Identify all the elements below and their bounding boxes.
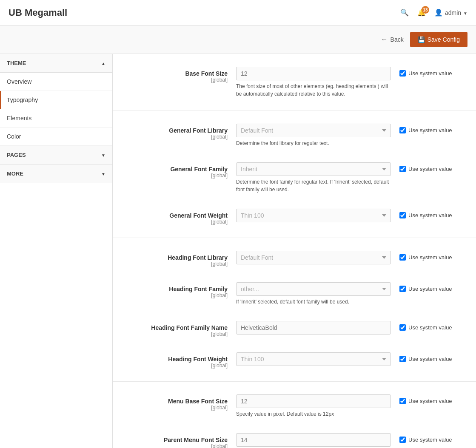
- heading-font-family-name-use-system: Use system value: [399, 321, 463, 331]
- save-icon: [418, 36, 425, 43]
- heading-font-library-input-area: Default Font: [236, 251, 399, 264]
- notification-bell[interactable]: 13: [417, 9, 426, 17]
- toolbar: Back Save Config: [0, 26, 476, 54]
- theme-collapse-icon: [101, 60, 105, 66]
- heading-font-family-use-system: Use system value: [399, 282, 463, 292]
- general-font-weight-checkbox[interactable]: [399, 212, 406, 218]
- parent-menu-font-size-label: Parent Menu Font Size [global]: [125, 433, 236, 448]
- menu-base-font-size-use-system: Use system value: [399, 394, 463, 404]
- pages-expand-icon: [101, 152, 105, 158]
- admin-dropdown-icon: [463, 9, 467, 16]
- heading-font-family-name-input-area: [236, 321, 399, 335]
- menu-base-font-size-input-area: Specify value in pixel. Default value is…: [236, 394, 399, 418]
- heading-font-family-checkbox[interactable]: [399, 286, 406, 292]
- heading-font-library-label: Heading Font Library [global]: [125, 251, 236, 267]
- general-font-library-desc: Determine the font library for regular t…: [236, 139, 391, 147]
- heading-font-library-checkbox[interactable]: [399, 254, 406, 261]
- heading-font-family-name-input[interactable]: [236, 321, 391, 335]
- sidebar-item-color[interactable]: Color: [0, 128, 112, 146]
- general-font-library-checkbox[interactable]: [399, 127, 406, 133]
- general-font-weight-row: General Font Weight [global] Thin 100 Us…: [125, 204, 463, 229]
- sidebar-more-header[interactable]: MORE: [0, 164, 112, 183]
- general-font-weight-select[interactable]: Thin 100: [236, 209, 391, 222]
- heading-font-library-use-system: Use system value: [399, 251, 463, 261]
- base-font-size-desc: The font size of most of other elements …: [236, 82, 391, 98]
- user-icon: [434, 9, 443, 17]
- parent-menu-font-size-use-system: Use system value: [399, 433, 463, 443]
- base-font-size-row: Base Font Size [global] The font size of…: [125, 62, 463, 102]
- parent-menu-font-size-checkbox[interactable]: [399, 437, 406, 443]
- menu-base-font-size-row: Menu Base Font Size [global] Specify val…: [125, 390, 463, 422]
- general-font-library-select[interactable]: Default Font: [236, 124, 391, 137]
- heading-font-family-name-checkbox[interactable]: [399, 324, 406, 331]
- sidebar-pages-header[interactable]: PAGES: [0, 146, 112, 164]
- general-font-weight-use-system: Use system value: [399, 209, 463, 218]
- heading-font-library-select[interactable]: Default Font: [236, 251, 391, 264]
- heading-font-weight-use-system: Use system value: [399, 352, 463, 362]
- general-font-family-row: General Font Family [global] Inherit Det…: [125, 158, 463, 198]
- sidebar-theme-header[interactable]: THEME: [0, 54, 112, 73]
- general-font-family-label: General Font Family [global]: [125, 162, 236, 179]
- heading-font-weight-checkbox[interactable]: [399, 356, 406, 362]
- general-font-library-input-area: Default Font Determine the font library …: [236, 124, 399, 147]
- heading-font-family-desc: If 'Inherit' selected, default font fami…: [236, 298, 391, 306]
- admin-name: admin: [445, 9, 461, 16]
- parent-menu-font-size-input[interactable]: [236, 433, 391, 447]
- menu-base-font-size-checkbox[interactable]: [399, 398, 406, 404]
- heading-font-family-input-area: other... If 'Inherit' selected, default …: [236, 282, 399, 306]
- save-config-button[interactable]: Save Config: [410, 32, 467, 47]
- main-layout: THEME Overview Typography Elements Color…: [0, 54, 476, 448]
- menu-font-section: Menu Base Font Size [global] Specify val…: [113, 382, 476, 448]
- general-font-library-row: General Font Library [global] Default Fo…: [125, 119, 463, 151]
- heading-font-family-name-row: Heading Font Family Name [global] Use sy…: [125, 317, 463, 341]
- heading-font-weight-label: Heading Font Weight [global]: [125, 352, 236, 369]
- menu-base-font-size-label: Menu Base Font Size [global]: [125, 394, 236, 411]
- general-font-weight-label: General Font Weight [global]: [125, 209, 236, 225]
- header: UB Megamall 13 admin: [0, 0, 476, 26]
- parent-menu-font-size-row: Parent Menu Font Size [global] Specify v…: [125, 429, 463, 448]
- sidebar-item-typography[interactable]: Typography: [0, 91, 112, 109]
- general-font-family-select[interactable]: Inherit: [236, 162, 391, 176]
- sidebar: THEME Overview Typography Elements Color…: [0, 54, 113, 448]
- heading-font-library-row: Heading Font Library [global] Default Fo…: [125, 247, 463, 271]
- base-font-size-checkbox[interactable]: [399, 70, 406, 77]
- parent-menu-font-size-input-area: Specify value in pixel. Default value is…: [236, 433, 399, 448]
- general-font-family-use-system: Use system value: [399, 162, 463, 172]
- arrow-left-icon: [381, 36, 388, 43]
- base-font-size-input-area: The font size of most of other elements …: [236, 67, 399, 98]
- sidebar-item-overview[interactable]: Overview: [0, 73, 112, 91]
- heading-font-family-select[interactable]: other...: [236, 282, 391, 296]
- heading-font-family-name-label: Heading Font Family Name [global]: [125, 321, 236, 337]
- sidebar-item-elements[interactable]: Elements: [0, 109, 112, 128]
- heading-font-weight-select[interactable]: Thin 100: [236, 352, 391, 366]
- general-font-family-desc: Determine the font family for regular te…: [236, 178, 391, 193]
- base-font-section: Base Font Size [global] The font size of…: [113, 54, 476, 111]
- general-font-weight-input-area: Thin 100: [236, 209, 399, 222]
- menu-base-font-size-input[interactable]: [236, 394, 391, 408]
- heading-font-weight-row: Heading Font Weight [global] Thin 100 Us…: [125, 348, 463, 373]
- more-expand-icon: [101, 170, 105, 177]
- general-font-family-checkbox[interactable]: [399, 166, 406, 172]
- general-font-section: General Font Library [global] Default Fo…: [113, 111, 476, 238]
- general-font-library-label: General Font Library [global]: [125, 124, 236, 140]
- heading-font-weight-input-area: Thin 100: [236, 352, 399, 366]
- menu-base-font-size-desc: Specify value in pixel. Default value is…: [236, 410, 391, 418]
- header-actions: 13 admin: [400, 8, 467, 17]
- back-button[interactable]: Back: [381, 36, 404, 43]
- general-font-library-use-system: Use system value: [399, 124, 463, 133]
- notification-badge: 13: [422, 6, 429, 14]
- general-font-family-input-area: Inherit Determine the font family for re…: [236, 162, 399, 193]
- search-icon[interactable]: [400, 8, 409, 17]
- admin-menu[interactable]: admin: [434, 9, 467, 17]
- base-font-size-label: Base Font Size [global]: [125, 67, 236, 83]
- content-area: Base Font Size [global] The font size of…: [113, 54, 476, 448]
- app-title: UB Megamall: [9, 7, 67, 18]
- heading-font-family-label: Heading Font Family [global]: [125, 282, 236, 298]
- heading-font-section: Heading Font Library [global] Default Fo…: [113, 238, 476, 382]
- base-font-size-use-system: Use system value: [399, 67, 463, 77]
- heading-font-family-row: Heading Font Family [global] other... If…: [125, 278, 463, 310]
- base-font-size-input[interactable]: [236, 67, 391, 80]
